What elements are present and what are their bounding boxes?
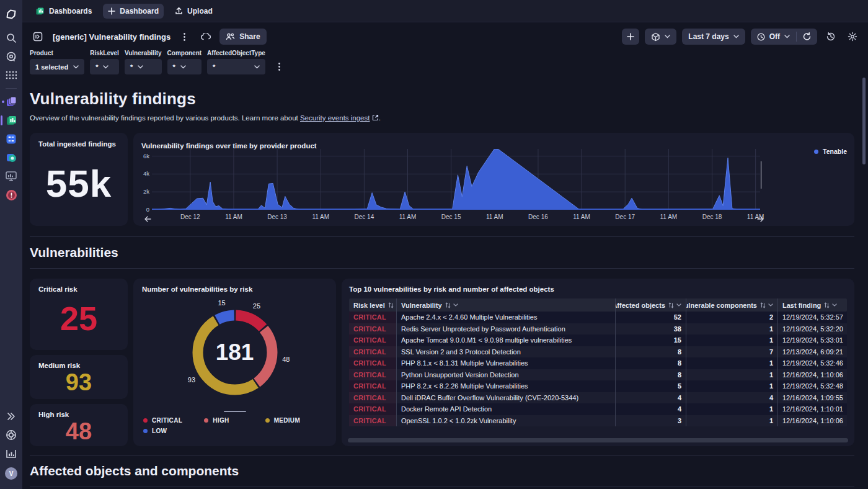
svg-text:25: 25 [252,302,260,310]
legend-item-critical[interactable]: CRITICAL [143,417,204,424]
vulnerable-components-cell: 1 [686,323,777,335]
history-button[interactable] [823,29,839,45]
filters-menu-kebab-icon[interactable] [271,59,287,74]
add-tile-button[interactable] [622,29,639,45]
column-header-label: Affected objects [615,302,665,309]
column-header-vulnerability[interactable]: Vulnerability [396,298,615,312]
table-row[interactable]: CRITICALApache Tomcat 9.0.0.M1 < 9.0.98 … [349,334,847,346]
sort-icons[interactable] [824,302,837,308]
tab-new-dashboard[interactable]: Dashboard [103,4,164,19]
refresh-icon [803,32,811,41]
critical-risk-card[interactable]: Critical risk 25 [30,279,128,350]
table-row[interactable]: CRITICALSSL Version 2 and 3 Protocol Det… [349,346,847,358]
timeseries-card: Vulnerability findings over time by prov… [133,133,854,226]
x-axis-label: 11 AM [486,213,503,220]
clock-icon [757,33,765,41]
settings-button[interactable] [844,29,861,45]
top-vulnerabilities-table-card: Top 10 vulnerabilities by risk and numbe… [342,279,854,446]
filter-label: Component [167,50,202,56]
last-finding-cell: 12/19/2024, 5:32:57 [777,312,847,323]
cards-app-icon[interactable] [0,130,22,148]
table-row[interactable]: CRITICALDocker Remote API Detection4112/… [349,403,847,415]
vulnerable-components-cell: 1 [686,415,777,427]
affected-objects-cell: 15 [615,334,686,346]
chevron-down-icon [254,65,260,69]
refresh-button[interactable] [797,29,817,45]
dashboards-icon [35,6,45,16]
nav-upload[interactable]: Upload [170,4,218,19]
dynatrace-logo-icon[interactable] [0,5,22,24]
history-icon [826,32,836,42]
table-horizontal-scrollbar[interactable] [348,438,848,442]
vulnerable-components-cell: 1 [686,369,777,381]
upload-icon [175,7,183,15]
area-chart[interactable] [152,149,760,210]
filter-label: Product [30,50,84,56]
filter-value: * [213,63,215,71]
share-button[interactable]: Share [219,29,266,45]
chevron-down-icon [665,35,670,38]
filter-vulnerability-dropdown[interactable]: * [125,59,162,74]
table-row[interactable]: CRITICALDell iDRAC Buffer Overflow Vulne… [349,392,847,404]
table-row[interactable]: CRITICALPHP 8.2.x < 8.2.26 Multiple Vuln… [349,380,847,392]
security-events-ingest-link[interactable]: Security events ingest [300,114,370,122]
table-row[interactable]: CRITICALPHP 8.1.x < 8.1.31 Multiple Vuln… [349,357,847,369]
time-range-selector[interactable]: Last 7 days [682,29,745,45]
analytics-icon[interactable] [0,444,22,463]
affected-objects-cell: 8 [615,346,686,358]
scroll-right-icon[interactable] [757,216,764,222]
legend-dot [204,418,208,423]
dashboards-app-icon[interactable] [0,111,22,130]
legend-item-low[interactable]: LOW [143,428,204,434]
y-axis-tick: 2k [143,188,149,195]
share-button-label: Share [239,32,260,41]
assistant-icon[interactable] [0,47,22,66]
sort-icons[interactable] [760,302,773,308]
scroll-left-icon[interactable] [144,216,151,222]
filter-component-dropdown[interactable]: * [167,59,202,74]
table-row[interactable]: CRITICALOpenSSL 1.0.2 < 1.0.2zk Vulnerab… [349,415,847,427]
hosts-monitor-icon[interactable] [0,167,22,186]
column-header-risk-level[interactable]: Risk level [349,298,396,312]
legend-item-tenable[interactable]: Tenable [814,148,847,155]
dashboard-board-icon[interactable] [30,29,46,45]
legend-item-high[interactable]: HIGH [204,417,265,424]
apps-grid-icon[interactable] [0,66,22,84]
last-finding-cell: 12/19/2024, 5:32:46 [777,357,847,369]
column-header-affected-objects[interactable]: Affected objects [615,298,686,312]
auto-refresh-selector[interactable]: Off [751,29,796,45]
donut-chart[interactable]: 25489315 181 [173,297,297,410]
table-row[interactable]: CRITICALApache 2.4.x < 2.4.60 Multiple V… [349,312,847,323]
filter-affectedobjecttype-dropdown[interactable]: * [207,59,265,74]
security-alert-app-icon[interactable] [0,186,22,204]
column-header-last-finding[interactable]: Last finding [777,298,847,312]
nav-dashboards[interactable]: Dashboards [30,3,97,19]
sort-icons[interactable] [445,302,458,308]
workflows-app-icon[interactable] [0,92,22,111]
sort-icons[interactable] [388,302,396,308]
nav-upload-label: Upload [187,7,213,16]
legend-item-medium[interactable]: MEDIUM [265,417,326,424]
table-row[interactable]: CRITICALRedis Server Unprotected by Pass… [349,323,847,335]
table-row[interactable]: CRITICALPython Unsupported Version Detec… [349,369,847,381]
high-risk-card[interactable]: High risk 48 [30,404,128,446]
visualization-picker-button[interactable] [645,29,676,45]
dashboard-menu-kebab-icon[interactable] [176,29,192,45]
vulnerability-cell: SSL Version 2 and 3 Protocol Detection [396,346,615,358]
sync-status-cloud-icon[interactable] [198,29,214,45]
filter-product-dropdown[interactable]: 1 selected [30,59,84,74]
filter-risklevel-dropdown[interactable]: * [90,59,119,74]
help-icon[interactable] [0,426,22,444]
column-header-vulnerable-components[interactable]: Vulnerable components [686,298,777,312]
timeseries-plot[interactable] [152,149,760,210]
total-ingested-findings-card[interactable]: Total ingested findings 55k [30,133,128,226]
sort-icons[interactable] [668,302,681,308]
clouds-app-icon[interactable] [0,148,22,167]
user-avatar[interactable]: V [0,464,22,483]
vulnerable-components-cell: 1 [686,357,777,369]
page-vertical-scrollbar[interactable] [862,78,866,164]
vulnerabilities-table: Risk levelVulnerabilityAffected objectsV… [349,298,847,426]
medium-risk-card[interactable]: Medium risk 93 [30,355,128,399]
search-icon[interactable] [0,29,22,47]
expand-sidebar-icon[interactable] [0,407,22,426]
